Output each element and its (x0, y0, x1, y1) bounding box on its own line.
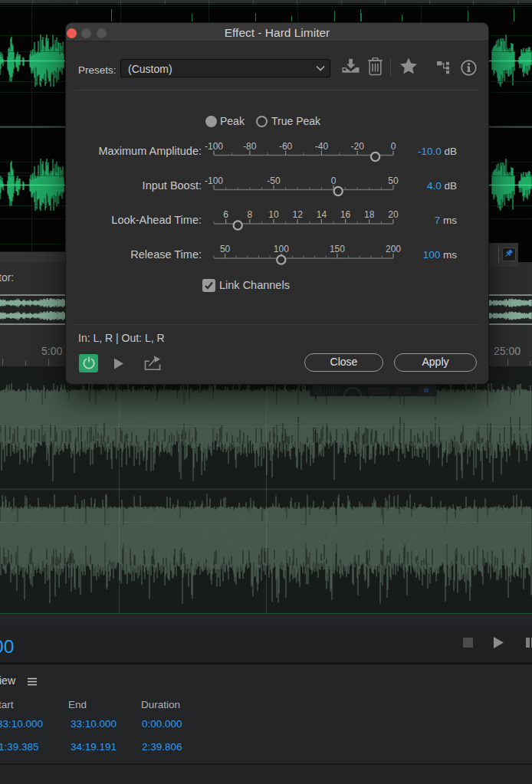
svg-text:50: 50 (220, 244, 231, 254)
svg-text:16: 16 (340, 209, 351, 220)
svg-text:100: 100 (274, 244, 289, 254)
svg-text:-40: -40 (315, 141, 329, 152)
svg-text:12: 12 (293, 209, 304, 220)
svg-text:-60: -60 (279, 141, 293, 152)
svg-text:6: 6 (223, 209, 228, 220)
svg-text:150: 150 (330, 244, 345, 254)
svg-text:14: 14 (317, 209, 327, 220)
svg-text:0: 0 (331, 175, 337, 186)
svg-text:-100: -100 (205, 175, 223, 186)
svg-text:8: 8 (247, 209, 252, 220)
svg-text:-80: -80 (243, 141, 257, 152)
svg-text:-100: -100 (205, 141, 223, 152)
svg-text:-50: -50 (267, 175, 281, 186)
svg-text:10: 10 (268, 209, 279, 220)
